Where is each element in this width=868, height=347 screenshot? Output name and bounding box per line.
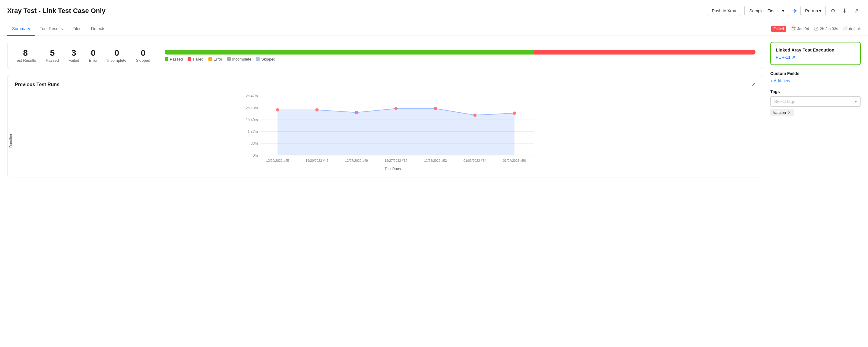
rerun-group: Re-run ▾ (801, 6, 826, 16)
push-to-xray-button[interactable]: Push to Xray (707, 6, 741, 16)
tags-chevron-icon: ▾ (855, 99, 857, 104)
progress-fail-segment (534, 50, 755, 55)
chart-title: Previous Test Runs (15, 82, 59, 88)
legend-error: Error (208, 57, 222, 62)
y-axis-label: Duration (9, 134, 13, 148)
sample-button[interactable]: Sample - First ... ▾ (744, 6, 789, 16)
skipped-label: Skipped (136, 58, 150, 63)
legend-dot-failed (188, 57, 191, 61)
tag-katalon: katalon ✕ (770, 109, 794, 116)
share-button[interactable]: ↗ (852, 5, 861, 16)
tags-section: Tags Select tags ▾ katalon ✕ (770, 89, 861, 116)
svg-text:1h 40m: 1h 40m (246, 118, 258, 122)
data-point-5 (473, 113, 476, 117)
chart-svg: 2h 47m 2h 13m 1h 40m 1h 7m 33m 0m (30, 93, 755, 165)
svg-text:12/20/2022 #45: 12/20/2022 #45 (266, 159, 289, 162)
legend-label-skipped: Skipped (261, 57, 275, 62)
chevron-down-icon: ▾ (782, 8, 784, 13)
clock-icon: 🕐 (814, 27, 818, 31)
x-axis-label: Test Runs (30, 167, 755, 171)
header-actions: Push to Xray Sample - First ... ▾ ✈ Re-r… (707, 5, 861, 16)
svg-text:2h 47m: 2h 47m (246, 94, 258, 98)
legend-dot-passed (165, 57, 168, 61)
data-point-3 (394, 107, 398, 110)
download-icon: ⬇ (842, 7, 847, 14)
data-point-0 (276, 108, 279, 111)
tab-summary[interactable]: Summary (7, 22, 35, 36)
error-label: Error (89, 58, 98, 63)
passed-number: 5 (46, 48, 59, 58)
data-point-2 (355, 111, 358, 114)
xray-execution-box: Linked Xray Test Execution PER-11 ↗ (770, 42, 861, 65)
calendar-icon: 📅 (791, 27, 796, 31)
chart-header: Previous Test Runs ⤢ (15, 81, 755, 88)
legend-label-failed: Failed (193, 57, 203, 62)
xray-execution-link[interactable]: PER-11 ↗ (776, 55, 855, 60)
svg-text:33m: 33m (251, 141, 257, 145)
rerun-chevron-icon: ▾ (819, 8, 821, 13)
rerun-button[interactable]: Re-run ▾ (801, 6, 826, 16)
tab-test-results[interactable]: Test Results (35, 22, 67, 36)
sample-label: Sample - First ... (749, 8, 780, 13)
chart-area-fill (277, 108, 514, 155)
svg-text:12/27/2022 #50: 12/27/2022 #50 (384, 159, 407, 162)
legend-dot-incomplete (227, 57, 231, 61)
svg-text:1h 7m: 1h 7m (248, 130, 257, 134)
tags-select[interactable]: Select tags ▾ (770, 96, 861, 107)
tag-label: katalon (773, 110, 786, 115)
test-results-number: 8 (15, 48, 36, 58)
failed-label: Failed (68, 58, 79, 63)
svg-text:01/03/2023 #54: 01/03/2023 #54 (464, 159, 487, 162)
stat-test-results: 8 Test Results (15, 48, 36, 63)
chart-section: Previous Test Runs ⤢ Duration (7, 75, 763, 177)
right-panel: Linked Xray Test Execution PER-11 ↗ Cust… (770, 42, 861, 121)
legend-skipped: Skipped (256, 57, 275, 62)
legend-passed: Passed (165, 57, 183, 62)
download-button[interactable]: ⬇ (840, 5, 849, 16)
stat-incomplete: 0 Incomplete (107, 48, 127, 63)
profile-meta: 📄 default (843, 27, 861, 31)
progress-pass-segment (165, 50, 534, 55)
expand-icon[interactable]: ⤢ (751, 81, 755, 88)
legend-label-incomplete: Incomplete (232, 57, 251, 62)
test-results-label: Test Results (15, 58, 36, 63)
legend-label-error: Error (214, 57, 222, 62)
progress-bar (165, 50, 755, 55)
main-content: 8 Test Results 5 Passed 3 Failed 0 Error… (0, 36, 868, 183)
file-icon: 📄 (843, 27, 848, 31)
progress-legend: Passed Failed Error Incomplete (165, 50, 755, 62)
error-number: 0 (89, 48, 98, 58)
tags-title: Tags (770, 89, 861, 94)
tags-placeholder: Select tags (774, 99, 795, 104)
legend-incomplete: Incomplete (227, 57, 251, 62)
add-new-link[interactable]: + Add new (770, 78, 861, 83)
tab-defects[interactable]: Defects (86, 22, 110, 36)
legend-items: Passed Failed Error Incomplete (165, 57, 755, 62)
legend-dot-error (208, 57, 212, 61)
tag-remove-button[interactable]: ✕ (788, 110, 791, 115)
xray-execution-title: Linked Xray Test Execution (776, 47, 855, 53)
svg-text:0m: 0m (253, 153, 258, 158)
plane-icon: ✈ (792, 7, 798, 14)
skipped-number: 0 (136, 48, 150, 58)
svg-text:12/20/2022 #46: 12/20/2022 #46 (306, 159, 329, 162)
gear-icon: ⚙ (831, 7, 835, 14)
external-link-icon: ↗ (792, 55, 795, 60)
settings-button[interactable]: ⚙ (829, 6, 837, 16)
data-point-6 (513, 111, 516, 115)
date-meta: 📅 Jan 04 (791, 27, 809, 31)
tab-meta: Failed 📅 Jan 04 🕐 2h 2m 33s 📄 default (771, 23, 861, 35)
chart-area: 2h 47m 2h 13m 1h 40m 1h 7m 33m 0m (30, 93, 755, 165)
header: Xray Test - Link Test Case Only Push to … (0, 0, 868, 22)
svg-text:01/04/2023 #56: 01/04/2023 #56 (503, 159, 526, 162)
share-icon: ↗ (854, 7, 859, 14)
custom-fields-title: Custom Fields (770, 71, 861, 76)
status-badge: Failed (771, 26, 786, 32)
tab-files[interactable]: Files (67, 22, 86, 36)
legend-dot-skipped (256, 57, 260, 61)
stat-skipped: 0 Skipped (136, 48, 150, 63)
incomplete-number: 0 (107, 48, 127, 58)
failed-number: 3 (68, 48, 79, 58)
stat-error: 0 Error (89, 48, 98, 63)
rerun-label: Re-run (805, 8, 818, 13)
